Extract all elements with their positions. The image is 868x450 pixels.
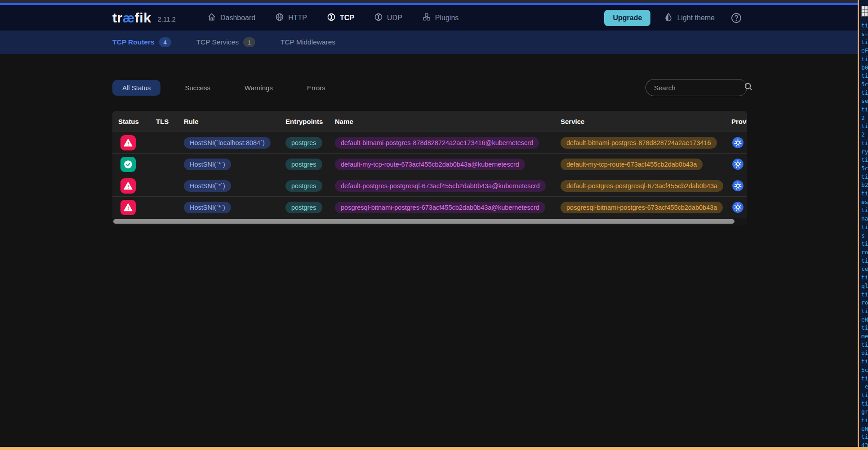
col-service: Service [555,118,726,125]
table-header: Status TLS Rule Entrypoints Name Service… [112,111,747,132]
filter-tab-warnings[interactable]: Warnings [235,80,283,96]
rule-pill: HostSNI(`*`) [184,202,231,213]
spreadsheet-icon [861,6,868,18]
kubernetes-icon [726,201,747,213]
service-pill: default-postgres-postgresql-673acf455cb2… [561,180,723,192]
col-provider: Provider [726,118,747,125]
horizontal-scrollbar[interactable] [112,218,747,225]
col-entrypoints: Entrypoints [280,118,329,125]
filter-tab-success[interactable]: Success [175,80,220,96]
routers-count-badge: 4 [159,37,171,47]
services-count-badge: 1 [243,37,255,47]
question-circle-icon[interactable] [731,13,742,23]
col-status: Status [112,118,150,125]
rule-pill: HostSNI(`*`) [184,180,231,192]
kubernetes-icon [726,180,747,192]
kubernetes-icon [726,137,747,149]
warning-icon [123,181,133,191]
filter-tab-all-status[interactable]: All Status [112,80,160,96]
nav-links: Dashboard HTTP TCP UDP [207,13,458,23]
nav-item-label: Plugins [435,14,458,22]
filter-tab-errors[interactable]: Errors [297,80,335,96]
col-name: Name [329,118,555,125]
service-pill: posgresql-bitnami-postgres-673acf455cb2d… [561,202,723,213]
rule-pill: HostSNI(`*`) [184,159,231,170]
kubernetes-icon [726,158,747,170]
entrypoint-pill: postgres [285,159,322,170]
subnav-label: TCP Middlewares [280,38,335,46]
search-input[interactable] [654,84,743,92]
subnav-label: TCP Services [196,38,239,46]
router-name-pill: default-postgres-postgresql-673acf455cb2… [335,180,546,192]
subnav-tcp-routers[interactable]: TCP Routers 4 [112,37,171,47]
check-icon [123,159,133,169]
col-tls: TLS [150,118,178,125]
logo-text-2: fik [135,10,151,25]
cubes-icon [422,13,431,23]
warning-icon [123,138,133,148]
subnav-tcp-middlewares[interactable]: TCP Middlewares [280,38,335,46]
rule-pill: HostSNI(`localhost:8084`) [184,137,271,149]
entrypoint-pill: postgres [285,202,322,213]
nav-item-label: Dashboard [220,14,255,22]
udp-ball-icon [374,13,383,23]
nav-item-dashboard[interactable]: Dashboard [207,13,255,23]
globe-icon [275,13,284,23]
col-rule: Rule [178,118,280,125]
nav-item-plugins[interactable]: Plugins [422,13,458,23]
routers-table: Status TLS Rule Entrypoints Name Service… [112,111,747,225]
main-content: All Status Success Warnings Errors Statu… [0,54,858,225]
theme-toggle-label: Light theme [677,14,715,22]
nav-item-http[interactable]: HTTP [275,13,307,23]
scrollbar-thumb[interactable] [113,219,734,224]
traefik-logo: træfik [112,10,151,26]
nav-item-label: HTTP [288,14,307,22]
navbar-right: Upgrade Light theme [604,10,742,26]
sub-navbar: TCP Routers 4 TCP Services 1 TCP Middlew… [0,31,858,54]
service-pill: default-my-tcp-route-673acf455cb2dab0b43… [561,159,703,170]
table-row[interactable]: HostSNI(`localhost:8084`) postgres defau… [112,132,747,153]
logo-text: tr [112,10,123,25]
toolbar: All Status Success Warnings Errors [112,79,747,96]
router-name-pill: default-my-tcp-route-673acf455cb2dab0b43… [335,159,525,170]
nav-item-tcp[interactable]: TCP [327,13,354,23]
status-badge [120,157,136,172]
browser-window: træfik 2.11.2 Dashboard HTTP TCP [0,0,858,447]
home-icon [207,13,216,23]
version-label: 2.11.2 [157,15,176,23]
theme-toggle[interactable]: Light theme [664,13,715,23]
editor-window-border [0,447,868,450]
nav-item-label: TCP [340,14,354,22]
warning-icon [123,203,133,212]
status-badge [120,178,136,194]
search-icon [743,82,753,93]
subnav-label: TCP Routers [112,38,155,46]
router-name-pill: default-bitnami-postgres-878d828724a2ae1… [335,137,539,149]
background-editor-window: ti s= ti eF ti b0 ti 5c ti se ti 2 ti 2 … [858,0,868,450]
table-row[interactable]: HostSNI(`*`) postgres default-postgres-p… [112,175,747,196]
contrast-drop-icon [664,13,673,23]
status-filter-tabs: All Status Success Warnings Errors [112,80,335,96]
router-name-pill: posgresql-bitnami-postgres-673acf455cb2d… [335,202,545,213]
search-box [645,79,747,96]
entrypoint-pill: postgres [285,137,322,149]
top-navbar: træfik 2.11.2 Dashboard HTTP TCP [0,5,858,31]
editor-text-fragments: ti s= ti eF ti b0 ti 5c ti se ti 2 ti 2 … [861,22,868,450]
logo-ae: æ [123,10,135,25]
browser-chrome-edge [0,0,858,3]
nav-item-udp[interactable]: UDP [374,13,402,23]
nav-item-label: UDP [387,14,402,22]
entrypoint-pill: postgres [285,180,322,192]
status-badge [120,135,136,150]
table-row[interactable]: HostSNI(`*`) postgres posgresql-bitnami-… [112,196,747,218]
status-badge [120,200,136,215]
table-row[interactable]: HostSNI(`*`) postgres default-my-tcp-rou… [112,153,747,175]
subnav-tcp-services[interactable]: TCP Services 1 [196,37,255,47]
service-pill: default-bitnami-postgres-878d828724a2ae1… [561,137,717,149]
upgrade-button[interactable]: Upgrade [604,10,650,26]
tcp-ball-icon [327,13,336,23]
